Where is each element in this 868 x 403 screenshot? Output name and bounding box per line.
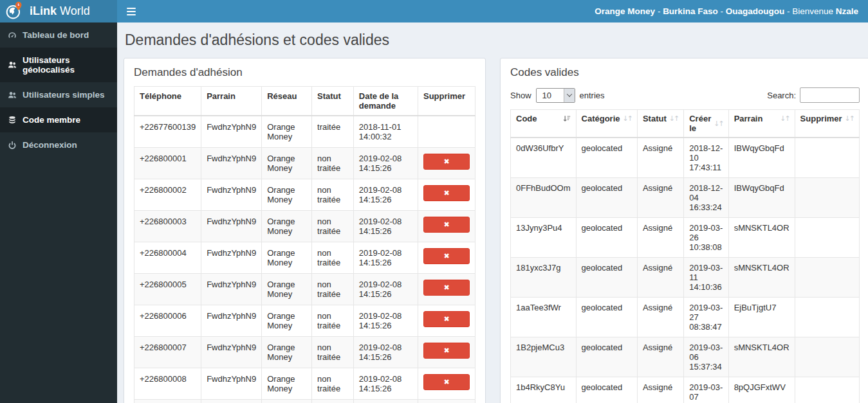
col-header-statut[interactable]: Statut: [637, 110, 683, 138]
search-input[interactable]: [800, 87, 860, 103]
delete-x-icon: [443, 378, 449, 386]
col-header-supprimer[interactable]: Supprimer: [795, 110, 859, 138]
table-row: +226800003 FwdhzYphN9 Orange Money non t…: [134, 211, 476, 242]
delete-button[interactable]: [423, 248, 470, 264]
cell-telephone: +226800009: [134, 400, 201, 403]
table-row: +226800004 FwdhzYphN9 Orange Money non t…: [134, 242, 476, 274]
table-row: +22677600139 FwdhzYphN9 Orange Money tra…: [134, 116, 476, 148]
delete-button[interactable]: [423, 280, 470, 296]
dashboard-icon: [8, 31, 17, 40]
col-header-categorie[interactable]: Catégorie: [576, 110, 637, 138]
demandes-table: Téléphone Parrain Réseau Statut Date de …: [134, 86, 476, 403]
page-length-select[interactable]: 10: [536, 88, 575, 103]
cell-telephone: +22677600139: [134, 116, 201, 148]
sidebar-item-code-membre[interactable]: Code membre: [0, 107, 117, 132]
table-row: +226800007 FwdhzYphN9 Orange Money non t…: [134, 337, 476, 368]
cell-reseau: Orange Money: [262, 116, 312, 148]
database-icon: [8, 116, 17, 125]
cell-supprimer: [418, 274, 476, 305]
table-row: +226800001 FwdhzYphN9 Orange Money non t…: [134, 148, 476, 179]
cell-supprimer: [795, 337, 859, 377]
delete-button[interactable]: [423, 185, 470, 201]
delete-x-icon: [443, 315, 449, 323]
delete-x-icon: [443, 346, 449, 355]
table-row: +226800006 FwdhzYphN9 Orange Money non t…: [134, 305, 476, 337]
cell-supprimer: [795, 298, 859, 337]
col-header-creer-le[interactable]: Créer le: [684, 110, 728, 138]
cell-date: 2019-02-08 14:15:26: [353, 179, 418, 211]
cell-categorie: geolocated: [576, 337, 637, 377]
cell-telephone: +226800008: [134, 368, 201, 400]
table-row: +226800009 FwdhzYphN9 Orange Money non t…: [134, 400, 476, 403]
sort-icon: [669, 114, 678, 123]
cell-parrain: FwdhzYphN9: [201, 305, 262, 337]
sort-icon: [623, 114, 632, 123]
operator-label: Orange Money: [595, 6, 655, 16]
cell-supprimer: [418, 368, 476, 400]
cell-statut: Assigné: [637, 337, 683, 377]
sort-icon: [714, 120, 723, 128]
greeting-label: Bienvenue: [792, 6, 836, 16]
cell-reseau: Orange Money: [262, 242, 312, 274]
cell-parrain: EjBuTjgtU7: [728, 298, 795, 337]
delete-button[interactable]: [423, 154, 470, 170]
delete-button[interactable]: [423, 343, 470, 359]
cell-telephone: +226800002: [134, 179, 201, 211]
username-label: Nzale: [836, 6, 858, 16]
cell-supprimer: [418, 305, 476, 337]
logo-area[interactable]: $ iLink World: [0, 0, 117, 22]
cell-supprimer: [418, 116, 476, 148]
cell-statut: Assigné: [637, 298, 683, 337]
cell-telephone: +226800001: [134, 148, 201, 179]
chevron-down-icon: [564, 89, 575, 102]
cell-reseau: Orange Money: [262, 400, 312, 403]
cell-categorie: geolocated: [576, 218, 637, 258]
cell-date: 2019-03-11 14:10:36: [684, 258, 728, 298]
cell-categorie: geolocated: [576, 298, 637, 337]
country-label: Burkina Faso: [663, 6, 718, 16]
cell-reseau: Orange Money: [262, 305, 312, 337]
cell-categorie: geolocated: [576, 377, 637, 403]
col-header-code[interactable]: Code: [511, 110, 577, 138]
cell-statut: non traitée: [312, 211, 354, 242]
cell-code: 1aaTee3fWr: [511, 298, 577, 337]
panel-codes-valides: Codes valides Show 10 entries Search:: [500, 58, 868, 403]
cell-parrain: sMNSKTL4OR: [728, 258, 795, 298]
cell-statut: non traitée: [312, 305, 354, 337]
cell-statut: Assigné: [637, 178, 683, 218]
demandes-table-body: +22677600139 FwdhzYphN9 Orange Money tra…: [134, 116, 476, 403]
table-row: 0FFhBudOOm geolocated Assigné 2018-12-04…: [511, 178, 860, 218]
col-header-parrain[interactable]: Parrain: [728, 110, 795, 138]
show-label: Show: [510, 91, 531, 100]
city-label: Ouagadougou: [726, 6, 785, 16]
cell-supprimer: [795, 218, 859, 258]
table-row: +226800002 FwdhzYphN9 Orange Money non t…: [134, 179, 476, 211]
page-title: Demandes d'adhésions et codes valides: [125, 31, 859, 49]
table-row: 181yxc3J7g geolocated Assigné 2019-03-11…: [511, 258, 860, 298]
delete-button[interactable]: [423, 374, 470, 390]
col-header-telephone: Téléphone: [134, 87, 201, 116]
globe-pin-logo-icon: $: [5, 1, 24, 22]
delete-button[interactable]: [423, 311, 470, 327]
sidebar-item-utilisateurs-geolocalises[interactable]: Utilisateurs géolocalisés: [0, 48, 117, 82]
cell-statut: non traitée: [312, 179, 354, 211]
col-header-parrain: Parrain: [201, 87, 262, 116]
sidebar-item-utilisateurs-simples[interactable]: Utilisateurs simples: [0, 82, 117, 107]
sidebar-item-tableau-de-bord[interactable]: Tableau de bord: [0, 22, 117, 48]
top-bar: $ iLink World Orange Money - Burkina Fas…: [0, 0, 868, 22]
cell-reseau: Orange Money: [262, 337, 312, 368]
cell-code: 0FFhBudOOm: [511, 178, 577, 218]
cell-statut: Assigné: [637, 258, 683, 298]
sidebar-item-deconnexion[interactable]: Déconnexion: [0, 132, 117, 157]
svg-text:$: $: [17, 3, 20, 6]
page-length-control: Show 10 entries: [510, 88, 605, 103]
table-row: 0dW36UfbrY geolocated Assigné 2018-12-10…: [511, 138, 860, 178]
table-row: 1aaTee3fWr geolocated Assigné 2019-03-27…: [511, 298, 860, 337]
delete-button[interactable]: [423, 217, 470, 233]
sidebar-menu: Tableau de bord Utilisateurs géolocalisé…: [0, 22, 117, 157]
cell-reseau: Orange Money: [262, 211, 312, 242]
cell-date: 2019-02-08 14:15:26: [353, 305, 418, 337]
sidebar-toggle-hamburger-icon[interactable]: [125, 5, 137, 18]
cell-telephone: +226800007: [134, 337, 201, 368]
cell-date: 2018-11-01 14:00:32: [353, 116, 418, 148]
